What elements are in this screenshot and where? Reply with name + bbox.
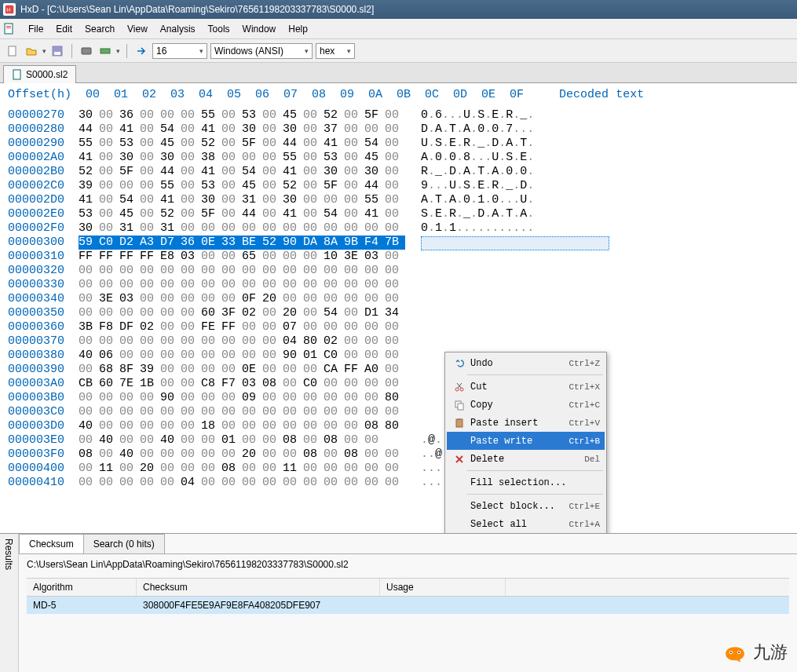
menu-analysis[interactable]: Analysis [154, 21, 202, 37]
ctx-copy[interactable]: CopyCtrl+C [447, 396, 605, 414]
svg-point-20 [738, 652, 740, 653]
hex-row[interactable]: 000003F008004000000000002000000800080000… [8, 447, 789, 462]
file-tab-label: S0000.sl2 [26, 69, 68, 80]
paste-icon [452, 418, 467, 429]
tab-search[interactable]: Search (0 hits) [83, 534, 165, 553]
hex-row[interactable]: 000002D041005400410030003100300000005500… [8, 193, 789, 207]
file-icon [12, 69, 23, 80]
delete-icon [452, 454, 467, 465]
tab-bar: S0000.sl2 [0, 63, 797, 83]
title-bar: H HxD - [C:\Users\Sean Lin\AppData\Roami… [0, 0, 797, 19]
hex-row[interactable]: 0000037000000000000000000000048002000000 [8, 334, 789, 349]
hex-row[interactable]: 000003A0CB607E1B0000C8F7030800C000000000 [8, 377, 789, 391]
hex-row[interactable]: 000002C03900000055005300450052005F004400… [8, 179, 789, 193]
hex-row[interactable]: 000002A041003000300038000000550053004500… [8, 151, 789, 165]
tab-checksum[interactable]: Checksum [19, 534, 84, 553]
save-button[interactable] [49, 43, 65, 59]
ctx-select-block[interactable]: Select block...Ctrl+E [447, 497, 605, 515]
context-menu: UndoCtrl+Z CutCtrl+X CopyCtrl+C Paste in… [444, 352, 607, 533]
hex-row[interactable]: 0000032000000000000000000000000000000000 [8, 264, 789, 278]
hex-row[interactable]: 000003603BF8DF020000FEFF0000070000000000 [8, 320, 789, 334]
hex-row[interactable]: 0000028044004100540041003000300037000000… [8, 122, 789, 137]
svg-point-12 [460, 388, 463, 391]
svg-rect-16 [458, 418, 461, 420]
svg-rect-4 [6, 27, 11, 28]
svg-rect-14 [458, 404, 463, 410]
hex-row[interactable]: 0000033000000000000000000000000000000000 [8, 278, 789, 292]
disk-button[interactable] [79, 43, 94, 59]
document-icon [3, 23, 16, 35]
ram-button[interactable] [97, 43, 113, 59]
svg-text:H: H [6, 7, 10, 13]
ctx-select-all[interactable]: Select allCtrl+A [447, 515, 605, 533]
hex-header: Offset(h) 00 01 02 03 04 05 06 07 08 09 … [8, 88, 789, 102]
ctx-paste-insert[interactable]: Paste insertCtrl+V [447, 414, 605, 432]
watermark: 九游 [722, 641, 788, 664]
hex-row[interactable]: 000003D040000000000018000000000000000880 [8, 419, 789, 433]
svg-rect-15 [456, 419, 462, 427]
ctx-cut[interactable]: CutCtrl+X [447, 378, 605, 396]
hex-row[interactable]: 0000039000688F39000000000E000000CAFFA000 [8, 363, 789, 377]
file-tab[interactable]: S0000.sl2 [3, 65, 76, 83]
hex-row[interactable]: 000003C000000000000000000000000000000000 [8, 405, 789, 419]
menu-tools[interactable]: Tools [202, 21, 236, 37]
menu-window[interactable]: Window [236, 21, 283, 37]
hex-row[interactable]: 000003E0004000004000000100000800080000.@… [8, 433, 789, 447]
undo-icon [452, 358, 467, 369]
open-file-button[interactable] [24, 43, 39, 59]
bottom-panel: Results Checksum Search (0 hits) C:\User… [0, 533, 797, 672]
cut-icon [452, 382, 467, 393]
hex-row[interactable]: 000002E05300450052005F004400410054004100… [8, 207, 789, 221]
ctx-fill-selection[interactable]: Fill selection... [447, 473, 605, 491]
hex-row[interactable]: 00000340003E0300000000000F20000000000000 [8, 292, 789, 306]
hex-row[interactable]: 0000041000000000000400000000000000000000… [8, 476, 789, 490]
result-tabs: Checksum Search (0 hits) [19, 534, 797, 554]
menu-search[interactable]: Search [79, 21, 121, 37]
col-algorithm[interactable]: Algorithm [27, 579, 137, 596]
menu-view[interactable]: View [121, 21, 154, 37]
svg-rect-9 [101, 49, 110, 53]
ctx-paste-write[interactable]: Paste writeCtrl+B [447, 432, 605, 450]
menu-file[interactable]: File [22, 21, 49, 37]
svg-point-11 [455, 388, 459, 391]
col-checksum[interactable]: Checksum [137, 579, 380, 596]
results-side-label: Results [0, 534, 19, 672]
svg-rect-5 [9, 46, 16, 56]
hex-editor[interactable]: Offset(h) 00 01 02 03 04 05 06 07 08 09 … [0, 83, 797, 533]
checksum-table: Algorithm Checksum Usage MD-5 308000F4FE… [27, 578, 789, 614]
checksum-row[interactable]: MD-5 308000F4FE5E9AF9E8FA408205DFE907 [27, 597, 789, 614]
result-file-path: C:\Users\Sean Lin\AppData\Roaming\Sekiro… [19, 554, 797, 575]
svg-point-19 [730, 652, 732, 653]
svg-rect-10 [13, 70, 20, 79]
toolbar: ▾ ▾ 16▾ Windows (ANSI)▾ hex▾ [0, 39, 797, 63]
svg-rect-2 [5, 24, 13, 34]
hex-row[interactable]: 0000040000110020000000080000110000000000… [8, 462, 789, 476]
base-combo[interactable]: hex▾ [316, 43, 355, 59]
svg-rect-3 [6, 26, 11, 27]
ctx-undo[interactable]: UndoCtrl+Z [447, 354, 605, 372]
app-icon: H [3, 3, 16, 16]
copy-icon [452, 400, 467, 411]
hex-row[interactable]: 0000030059C0D2A3D7360E33BE5290DA8A9BF47B [8, 236, 789, 250]
watermark-icon [722, 641, 748, 663]
hex-row[interactable]: 0000027030003600000055005300450052005F00… [8, 108, 789, 122]
menu-help[interactable]: Help [282, 21, 314, 37]
new-file-button[interactable] [5, 43, 20, 59]
col-usage[interactable]: Usage [380, 579, 506, 596]
menu-edit[interactable]: Edit [49, 21, 79, 37]
hex-row[interactable]: 000003B000000000900000000900000000000080 [8, 391, 789, 405]
ctx-delete[interactable]: DeleteDel [447, 450, 605, 468]
hex-row[interactable]: 0000029055005300450052005F00440041005400… [8, 137, 789, 151]
hex-row[interactable]: 00000350000000000000603F020020005400D134 [8, 306, 789, 320]
bytes-per-row-combo[interactable]: 16▾ [152, 43, 207, 59]
charset-combo[interactable]: Windows (ANSI)▾ [210, 43, 313, 59]
selection-highlight [421, 236, 609, 250]
menu-bar: File Edit Search View Analysis Tools Win… [0, 19, 797, 39]
hex-row[interactable]: 00000380400600000000000000009001C0000000 [8, 349, 789, 363]
window-title: HxD - [C:\Users\Sean Lin\AppData\Roaming… [20, 4, 374, 15]
hex-row[interactable]: 000002B052005F00440041005400410030003000… [8, 165, 789, 179]
svg-rect-8 [82, 48, 91, 54]
hex-row[interactable]: 000002F030003100310000000000000000000000… [8, 221, 789, 236]
hex-row[interactable]: 00000310FFFFFFFFE803000065000000103E0300 [8, 250, 789, 264]
arrow-icon[interactable] [133, 43, 149, 59]
